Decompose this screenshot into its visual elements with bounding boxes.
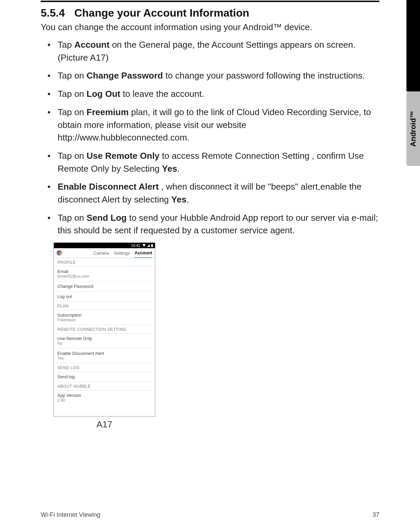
status-bar: 10:42 [54,243,155,248]
tab-account[interactable]: Account [135,250,152,258]
page-number: 37 [373,511,379,518]
row-send-log[interactable]: Send log [54,372,155,382]
row-logout[interactable]: Log out [54,292,155,302]
about-header: ABOUT HUBBLE [54,382,155,390]
list-item: Tap on Send Log to send your Hubble Andr… [52,212,379,237]
page-footer: Wi-Fi Internet Viewing 37 [41,511,379,518]
tab-camera[interactable]: Camera [94,251,109,256]
list-item: Tap on Use Remote Only to access Remote … [52,150,379,175]
row-change-password[interactable]: Change Password [54,281,155,292]
instruction-list: Tap Account on the General page, the Acc… [41,39,379,237]
row-use-remote-only[interactable]: Use Remote Only No [54,334,155,348]
list-item: Tap on Freemium plan, it will go to the … [52,106,379,144]
remote-header: REMOTE CONNECTION SETTING [54,325,155,334]
app-tab-bar: Camera Settings Account [54,248,155,258]
status-time: 10:42 [131,243,140,248]
list-item: Tap on Log Out to leave the account. [52,88,379,101]
footer-title: Wi-Fi Internet Viewing [41,511,100,518]
wifi-icon [142,244,146,247]
section-heading: 5.5.4Change your Account Information [41,7,379,19]
battery-icon [151,244,153,247]
row-email[interactable]: Email tester01@us.com [54,267,155,281]
row-subscription[interactable]: Subscription Freemium [54,310,155,325]
list-item: Enable Disconnect Alert , when disconnec… [52,180,379,206]
section-title: Change your Account Information [74,7,249,19]
screenshot-figure: 10:42 Camera Settings Account PROFILE Em… [54,242,155,430]
row-disconnect-alert[interactable]: Enable Disconnect Alert Yes [54,348,155,363]
plan-header: PLAN [54,302,155,310]
sendlog-header: SEND LOG [54,363,155,372]
list-item: Tap on Change Password to change your pa… [52,69,379,82]
profile-header: PROFILE [54,258,155,267]
section-number: 5.5.4 [41,7,65,19]
phone-screenshot: 10:42 Camera Settings Account PROFILE Em… [54,242,155,417]
signal-icon [147,244,150,247]
tab-settings[interactable]: Settings [114,251,130,256]
hubble-logo-icon [57,250,62,256]
list-item: Tap Account on the General page, the Acc… [52,39,379,64]
intro-paragraph: You can change the account information u… [41,21,379,33]
top-rule [41,1,379,2]
row-app-version: App Version 2.90 [54,390,155,416]
figure-caption: A17 [54,419,155,430]
